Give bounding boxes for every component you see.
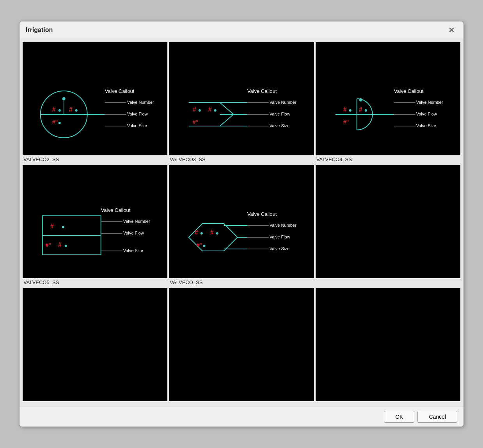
svg-text:#: # — [52, 106, 56, 113]
svg-text:Valve Flow: Valve Flow — [270, 112, 290, 116]
svg-text:#": #" — [46, 242, 51, 248]
svg-text:#: # — [208, 106, 212, 113]
svg-point-76 — [216, 232, 218, 235]
svg-text:Valve Number: Valve Number — [270, 223, 297, 228]
svg-text:Valve Flow: Valve Flow — [416, 112, 437, 116]
ok-button[interactable]: OK — [384, 411, 414, 423]
svg-point-44 — [349, 109, 351, 112]
svg-point-46 — [364, 109, 367, 112]
svg-text:#": #" — [52, 119, 58, 125]
svg-text:Valve Flow: Valve Flow — [270, 235, 290, 239]
svg-text:Valve Callout: Valve Callout — [247, 88, 277, 94]
svg-text:#: # — [210, 229, 214, 236]
preview-empty1[interactable] — [316, 165, 460, 278]
svg-text:#": #" — [343, 119, 348, 125]
cell-label-valveco: VALVECO_SS — [169, 278, 314, 286]
svg-text:#: # — [343, 106, 346, 113]
cell-label-valveco2: VALVECO2_SS — [23, 155, 167, 164]
svg-text:#: # — [359, 106, 362, 113]
svg-marker-69 — [189, 224, 238, 251]
svg-text:Valve Size: Valve Size — [123, 248, 143, 253]
grid-cell-valveco5: Valve Callout Valve Number Valve Flow Va… — [23, 165, 167, 286]
dialog-header: Irrigation ✕ — [20, 21, 463, 39]
svg-point-12 — [59, 109, 61, 112]
grid-container: Valve Callout Valve Number Valve Flow Va… — [20, 39, 463, 407]
irrigation-dialog: Irrigation ✕ Valve Callout Valve Number … — [19, 21, 464, 427]
svg-text:Valve Size: Valve Size — [270, 246, 289, 251]
cell-label-empty1 — [316, 278, 460, 281]
preview-valveco3[interactable]: Valve Callout Valve Number Valve Flow Va… — [169, 42, 314, 155]
svg-text:Valve Callout: Valve Callout — [394, 88, 423, 94]
svg-text:Valve Flow: Valve Flow — [123, 231, 144, 235]
svg-point-16 — [59, 122, 61, 124]
preview-valveco[interactable]: Valve Callout Valve Number Valve Flow Va… — [169, 165, 314, 278]
grid-cell-empty3 — [169, 288, 314, 404]
svg-point-30 — [214, 109, 217, 112]
grid-cell-valveco4: Valve Callout Valve Number Valve Flow Va… — [316, 42, 460, 164]
grid-cell-empty2 — [23, 288, 167, 404]
svg-point-78 — [203, 245, 206, 247]
grid-cell-valveco2: Valve Callout Valve Number Valve Flow Va… — [23, 42, 167, 164]
svg-text:Valve Number: Valve Number — [270, 100, 297, 105]
svg-text:Valve Callout: Valve Callout — [105, 88, 135, 94]
svg-text:Valve Callout: Valve Callout — [247, 211, 277, 217]
grid-cell-valveco3: Valve Callout Valve Number Valve Flow Va… — [169, 42, 314, 164]
dialog-title: Irrigation — [26, 27, 53, 34]
svg-text:Valve Size: Valve Size — [416, 123, 436, 128]
svg-point-61 — [65, 245, 67, 247]
cell-label-valveco4: VALVECO4_SS — [316, 155, 460, 164]
svg-text:Valve Flow: Valve Flow — [127, 112, 148, 116]
preview-valveco4[interactable]: Valve Callout Valve Number Valve Flow Va… — [316, 42, 460, 155]
svg-point-58 — [62, 226, 64, 228]
preview-empty4[interactable] — [316, 288, 460, 401]
svg-text:Valve Number: Valve Number — [123, 219, 150, 224]
svg-text:#: # — [69, 106, 73, 113]
svg-point-28 — [199, 109, 201, 112]
svg-text:Valve Size: Valve Size — [127, 123, 147, 128]
cell-label-empty4 — [316, 401, 460, 404]
svg-text:Valve Number: Valve Number — [416, 100, 443, 105]
svg-point-14 — [75, 109, 78, 112]
preview-empty3[interactable] — [169, 288, 314, 401]
svg-point-74 — [201, 232, 203, 235]
cancel-button[interactable]: Cancel — [417, 411, 457, 423]
cell-label-valveco5: VALVECO5_SS — [23, 278, 167, 286]
close-button[interactable]: ✕ — [446, 25, 457, 35]
svg-text:#: # — [50, 223, 54, 229]
svg-point-42 — [359, 98, 362, 101]
svg-text:Valve Callout: Valve Callout — [101, 207, 131, 213]
grid-cell-valveco: Valve Callout Valve Number Valve Flow Va… — [169, 165, 314, 286]
cell-label-valveco3: VALVECO3_SS — [169, 155, 314, 164]
svg-text:#: # — [58, 242, 62, 248]
preview-valveco2[interactable]: Valve Callout Valve Number Valve Flow Va… — [23, 42, 167, 155]
cell-label-empty3 — [169, 401, 314, 404]
svg-text:#": #" — [197, 242, 202, 248]
svg-text:Valve Size: Valve Size — [270, 123, 289, 128]
svg-text:Valve Number: Valve Number — [127, 100, 154, 105]
svg-text:#: # — [193, 106, 196, 113]
grid-cell-empty4 — [316, 288, 460, 404]
cell-label-empty2 — [23, 401, 167, 404]
grid-cell-empty1 — [316, 165, 460, 286]
preview-empty2[interactable] — [23, 288, 167, 401]
preview-valveco5[interactable]: Valve Callout Valve Number Valve Flow Va… — [23, 165, 167, 278]
dialog-footer: OK Cancel — [20, 407, 463, 427]
svg-text:#": #" — [193, 119, 198, 125]
svg-text:#: # — [195, 229, 198, 236]
